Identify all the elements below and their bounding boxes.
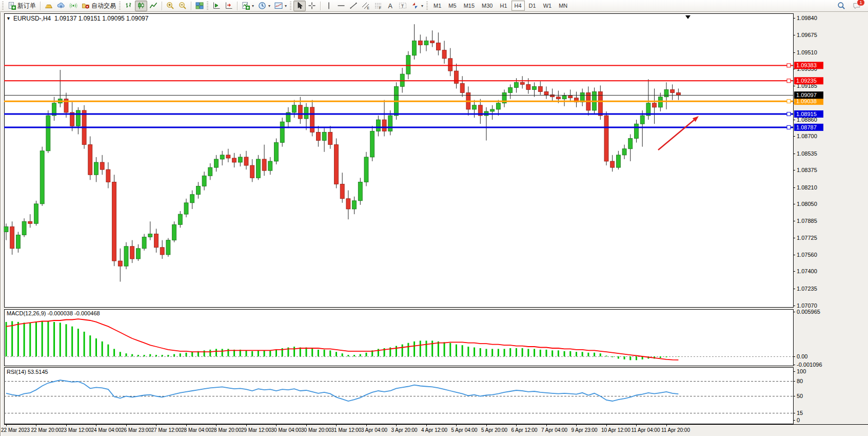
equidistant-channel-button[interactable]: E: [360, 1, 372, 11]
publish-chart-button[interactable]: [55, 1, 67, 11]
auto-scroll-button[interactable]: [210, 1, 223, 11]
price-tick-label: 1.07885: [797, 218, 817, 224]
dropdown-caret-icon: ▾: [252, 4, 254, 8]
time-tick-label: 6 Apr 12:00: [511, 427, 538, 433]
symbol-dropdown-icon[interactable]: ▼: [6, 16, 11, 21]
bull-candle: [322, 132, 326, 140]
signals-button[interactable]: [67, 1, 80, 11]
auto-trading-button[interactable]: 自动交易: [80, 1, 118, 11]
crosshair-button[interactable]: [306, 1, 318, 11]
ohlc-quote-label: 1.09137 1.09151 1.09095 1.09097: [54, 15, 149, 22]
search-button[interactable]: [835, 1, 847, 11]
macd-panel[interactable]: [4, 309, 793, 366]
timeframe-h4-button[interactable]: H4: [511, 1, 525, 11]
resistance-line-2-handle[interactable]: [787, 79, 791, 83]
zoom-in-button[interactable]: [164, 1, 176, 11]
timeframe-m1-button[interactable]: M1: [430, 1, 444, 11]
rsi-axis-label: 15: [797, 410, 803, 416]
bull-candle: [658, 97, 662, 107]
toolbar-drag-handle[interactable]: [2, 2, 4, 10]
time-tick-label: 11 Apr 20:00: [661, 427, 690, 433]
bear-candle: [430, 41, 435, 43]
bull-candle: [376, 120, 380, 131]
toolbar-drag-handle[interactable]: [426, 2, 428, 10]
new-order-icon: [8, 2, 16, 10]
bull-candle: [635, 124, 639, 138]
zoom-out-button[interactable]: [176, 1, 189, 11]
bear-candle: [340, 184, 344, 198]
support-line-1-price-tag-label: 1.08915: [796, 111, 817, 117]
new-order-button[interactable]: 新订单: [6, 1, 38, 11]
text-label-button[interactable]: T: [397, 1, 409, 11]
chart-canvas[interactable]: 1.098401.096751.095101.093501.091851.090…: [0, 12, 868, 436]
svg-text:E: E: [367, 6, 370, 10]
tile-windows-button[interactable]: [193, 1, 206, 11]
timeframe-m5-button[interactable]: M5: [445, 1, 459, 11]
bear-candle: [118, 261, 122, 266]
toolbar-separator: [191, 2, 191, 10]
market-depth-button[interactable]: [43, 1, 55, 11]
resistance-line-1-handle[interactable]: [787, 64, 791, 67]
line-chart-button[interactable]: [147, 1, 160, 11]
bull-candle: [22, 221, 26, 235]
timeframe-h1-button[interactable]: H1: [497, 1, 510, 11]
auto-scroll-icon: [212, 2, 221, 10]
bear-candle: [346, 199, 350, 209]
bear-candle: [298, 105, 302, 119]
bull-candle: [515, 82, 519, 87]
toolbar-drag-handle[interactable]: [290, 2, 291, 10]
gold-bar-icon: [45, 2, 53, 10]
symbol-period-label: EURUSD-,H4: [13, 15, 51, 22]
pivot-line-handle[interactable]: [787, 100, 791, 103]
timeframe-mn-button[interactable]: MN: [556, 1, 570, 11]
bull-candle: [364, 157, 368, 182]
bull-candle: [274, 143, 279, 161]
resistance-line-2-price-tag-label: 1.09235: [796, 78, 817, 84]
timeframe-m30-button[interactable]: M30: [479, 1, 496, 11]
time-tick-label: 22 Mar 2023: [1, 427, 30, 433]
rsi-panel[interactable]: [4, 367, 793, 424]
chart-shift-button[interactable]: [223, 1, 235, 11]
chart-title: ▼EURUSD-,H4 1.09137 1.09151 1.09095 1.09…: [6, 15, 148, 22]
toolbar-drag-handle[interactable]: [119, 2, 121, 10]
timeframe-w1-button[interactable]: W1: [540, 1, 555, 11]
bull-candle: [388, 116, 392, 131]
trendline-button[interactable]: [347, 1, 360, 11]
vertical-line-button[interactable]: [323, 1, 335, 11]
dropdown-caret-icon: ▾: [268, 4, 270, 8]
bull-candle: [616, 155, 620, 167]
fibonacci-button[interactable]: F: [372, 1, 384, 11]
bull-candle: [496, 103, 500, 109]
toolbar-drag-handle[interactable]: [207, 2, 208, 10]
text-label-icon: T: [399, 2, 407, 10]
cursor-button[interactable]: [293, 1, 306, 11]
indicators-button[interactable]: ▾: [240, 1, 256, 11]
rsi-axis-label: 80: [797, 378, 803, 384]
periods-button[interactable]: ▾: [256, 1, 272, 11]
bear-candle: [160, 248, 164, 255]
arrows-button[interactable]: ▾: [409, 1, 425, 11]
bear-candle: [418, 41, 422, 45]
support-line-2-handle[interactable]: [787, 125, 791, 129]
dropdown-caret-icon: ▾: [421, 4, 423, 8]
rsi-axis-label: 100: [797, 368, 806, 374]
notifications-button[interactable]: 1: [851, 1, 863, 11]
clock-icon: [258, 2, 266, 10]
price-tick-label: 1.09840: [797, 15, 817, 21]
support-line-1-handle[interactable]: [787, 112, 791, 116]
bull-candle: [166, 240, 170, 255]
bull-candle: [34, 204, 38, 223]
time-tick-label: 26 Mar 23:00: [121, 427, 151, 433]
bear-candle: [526, 84, 530, 89]
timeframe-m15-button[interactable]: M15: [461, 1, 478, 11]
text-button[interactable]: A: [384, 1, 397, 11]
chart-shift-icon: [225, 2, 233, 10]
bull-candle: [400, 74, 404, 86]
bar-chart-button[interactable]: [123, 1, 135, 11]
price-tick-label: 1.07235: [797, 286, 817, 292]
timeframe-d1-button[interactable]: D1: [526, 1, 539, 11]
candlestick-chart-button[interactable]: [135, 1, 147, 11]
price-tick-label: 1.07560: [797, 252, 817, 258]
horizontal-line-button[interactable]: [335, 1, 347, 11]
templates-button[interactable]: ▾: [272, 1, 289, 11]
